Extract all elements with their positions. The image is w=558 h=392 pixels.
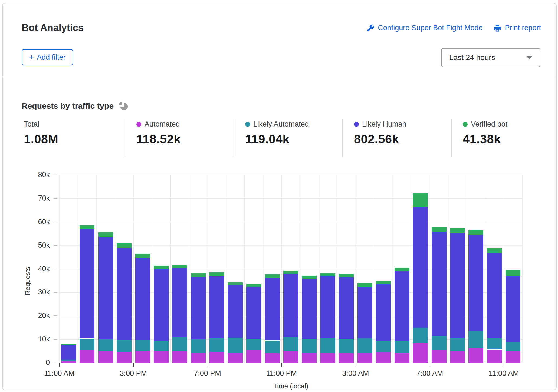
bar-segment-likely-automated bbox=[339, 339, 354, 353]
wrench-icon bbox=[366, 24, 375, 32]
bar-segment-automated bbox=[228, 353, 243, 363]
bar-segment-likely-human bbox=[228, 285, 243, 338]
bar-segment-likely-human bbox=[135, 258, 150, 340]
bar-segment-verified-bot bbox=[468, 230, 483, 235]
print-report-link[interactable]: Print report bbox=[493, 24, 541, 32]
bar-segment-verified-bot bbox=[432, 227, 447, 232]
bar-segment-automated bbox=[209, 352, 224, 363]
bar-segment-automated bbox=[413, 343, 428, 363]
bar-segment-likely-automated bbox=[135, 340, 150, 351]
x-axis-tick bbox=[430, 363, 430, 367]
gridline-vertical bbox=[522, 175, 523, 363]
chevron-down-icon bbox=[526, 56, 532, 59]
gridline-vertical bbox=[189, 175, 189, 363]
bar-segment-verified-bot bbox=[228, 282, 243, 285]
bar-segment-likely-human bbox=[61, 345, 76, 360]
gridline-vertical bbox=[485, 175, 485, 363]
bar-segment-automated bbox=[117, 352, 132, 363]
x-axis-tick bbox=[356, 363, 356, 367]
stat-label: Likely Automated bbox=[253, 120, 309, 128]
bar-segment-verified-bot bbox=[395, 268, 409, 271]
stat-likely-automated[interactable]: Likely Automated119.04k bbox=[245, 120, 343, 146]
bar-segment-likely-human bbox=[506, 276, 520, 342]
configure-link-label: Configure Super Bot Fight Mode bbox=[378, 24, 482, 32]
bar-segment-automated bbox=[172, 351, 187, 363]
bar-segment-likely-human bbox=[357, 287, 372, 338]
bar-segment-likely-automated bbox=[209, 338, 224, 352]
x-axis-tick-label: 3:00 PM bbox=[104, 369, 163, 378]
y-axis-tick bbox=[54, 292, 57, 293]
y-axis-tick bbox=[54, 175, 57, 175]
stat-label: Verified bot bbox=[471, 120, 507, 128]
bar-segment-verified-bot bbox=[450, 228, 465, 233]
section-title-row: Requests by traffic type bbox=[22, 101, 129, 111]
bar-segment-automated bbox=[320, 353, 335, 363]
bar-segment-likely-human bbox=[302, 279, 317, 339]
gridline-vertical bbox=[208, 175, 208, 363]
bar-segment-likely-automated bbox=[172, 337, 187, 351]
gridline-vertical bbox=[263, 175, 263, 363]
bar-segment-likely-human bbox=[117, 248, 132, 340]
stat-likely-human[interactable]: Likely Human802.56k bbox=[354, 120, 451, 146]
bar-segment-verified-bot bbox=[80, 225, 94, 229]
y-axis-tick bbox=[54, 315, 57, 316]
bar-segment-likely-automated bbox=[376, 341, 391, 352]
configure-super-bot-fight-mode-link[interactable]: Configure Super Bot Fight Mode bbox=[366, 24, 482, 32]
stat-verified-bot[interactable]: Verified bot41.38k bbox=[463, 120, 558, 146]
stat-value: 802.56k bbox=[354, 132, 451, 146]
stat-value: 118.52k bbox=[136, 132, 234, 146]
y-axis-tick-label: 10k bbox=[17, 335, 50, 343]
bar-segment-verified-bot bbox=[339, 274, 354, 277]
bar-segment-likely-automated bbox=[191, 339, 206, 353]
bar-segment-likely-automated bbox=[413, 328, 428, 343]
bar-segment-verified-bot bbox=[376, 281, 391, 284]
bar-segment-likely-human bbox=[487, 253, 502, 338]
x-axis-tick bbox=[133, 363, 134, 367]
bar-segment-automated bbox=[61, 361, 76, 363]
time-range-select[interactable]: Last 24 hours bbox=[441, 48, 540, 67]
plus-icon: + bbox=[29, 53, 34, 61]
bar-segment-verified-bot bbox=[117, 243, 132, 248]
stat-label: Likely Human bbox=[362, 120, 406, 128]
gridline-horizontal bbox=[59, 175, 522, 175]
bar-segment-likely-automated bbox=[357, 338, 372, 353]
y-axis-tick-label: 20k bbox=[17, 311, 50, 320]
header-links: Configure Super Bot Fight Mode Print rep… bbox=[366, 24, 541, 32]
legend-dot-icon bbox=[245, 122, 250, 127]
bar-segment-likely-automated bbox=[395, 341, 409, 353]
bar-segment-likely-human bbox=[450, 233, 465, 338]
bar-segment-likely-human bbox=[98, 237, 113, 340]
gridline-vertical bbox=[430, 175, 430, 363]
bar-segment-likely-automated bbox=[320, 338, 335, 353]
gridline-vertical bbox=[374, 175, 374, 363]
gridline-horizontal bbox=[59, 363, 522, 363]
printer-icon bbox=[493, 24, 501, 32]
add-filter-button[interactable]: + Add filter bbox=[22, 49, 73, 65]
legend-dot-icon bbox=[136, 122, 141, 127]
y-axis-title: Requests bbox=[24, 244, 32, 295]
bar-segment-verified-bot bbox=[283, 271, 298, 274]
pie-chart-icon bbox=[118, 101, 129, 111]
bar-segment-automated bbox=[302, 353, 317, 363]
bar-segment-likely-automated bbox=[468, 331, 483, 348]
gridline-vertical bbox=[319, 175, 319, 363]
y-axis-tick-label: 60k bbox=[17, 218, 50, 226]
bar-segment-verified-bot bbox=[487, 248, 502, 253]
bar-segment-likely-automated bbox=[228, 338, 243, 353]
stat-divider bbox=[234, 119, 234, 157]
bar-segment-verified-bot bbox=[302, 276, 317, 279]
section-title: Requests by traffic type bbox=[22, 101, 114, 111]
y-axis-tick-label: 40k bbox=[17, 265, 50, 273]
gridline-vertical bbox=[78, 175, 78, 363]
x-axis-tick-label: 3:00 AM bbox=[326, 369, 385, 378]
bar-segment-likely-automated bbox=[265, 341, 280, 354]
bar-segment-likely-human bbox=[468, 235, 483, 331]
x-axis-tick-label: 7:00 PM bbox=[178, 369, 237, 378]
bar-segment-likely-human bbox=[339, 277, 354, 339]
x-axis-tick bbox=[504, 363, 504, 367]
gridline-vertical bbox=[226, 175, 226, 363]
bar-segment-automated bbox=[395, 353, 409, 363]
bar-segment-automated bbox=[339, 353, 354, 363]
bar-segment-likely-human bbox=[376, 284, 391, 341]
stat-automated[interactable]: Automated118.52k bbox=[136, 120, 234, 146]
